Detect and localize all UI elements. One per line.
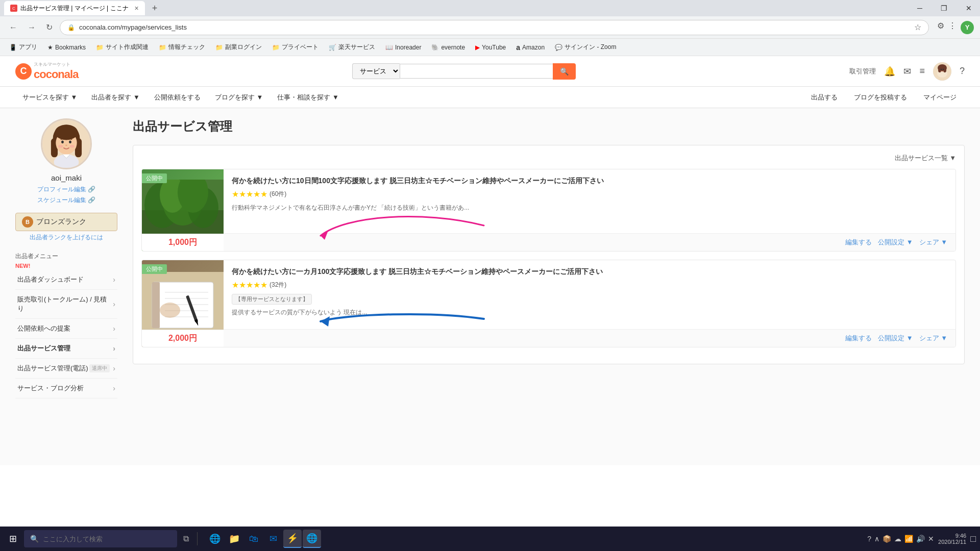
taskbar-explorer[interactable]: 📁 [225, 530, 243, 548]
search-button[interactable]: 🔍 [553, 63, 576, 80]
service-desc-2: 提供するサービスの質が下がらないよう 現在は... [232, 308, 947, 317]
nav-find-blog[interactable]: ブログを探す ▼ [208, 87, 270, 108]
taskbar-dropbox-icon: 📦 [883, 535, 891, 543]
back-btn[interactable]: ← [6, 21, 20, 34]
logo-subtext: スキルマーケット [34, 61, 78, 68]
nav-find-work[interactable]: 仕事・相談を探す ▼ [270, 87, 346, 108]
menu-item-services[interactable]: 出品サービス管理 › [15, 339, 117, 359]
bookmark-zoom[interactable]: 💬 サインイン - Zoom [551, 41, 620, 53]
tab-close-btn[interactable]: × [135, 4, 139, 12]
share-link-2[interactable]: シェア ▼ [919, 334, 947, 343]
edit-link-2[interactable]: 編集する [845, 334, 872, 343]
services-list-link[interactable]: 出品サービス一覧 ▼ [895, 154, 956, 163]
nav-mypage[interactable]: マイページ [915, 89, 965, 106]
extensions-btn[interactable]: ⚙ [937, 21, 944, 34]
logo-main: coconala [34, 68, 78, 81]
clock-time: 9:46 [955, 533, 966, 539]
edit-link-1[interactable]: 編集する [845, 238, 872, 247]
bookmark-private[interactable]: 📁 プライベート [268, 41, 323, 53]
rank-name: ブロンズランク [36, 217, 86, 227]
bookmark-youtube[interactable]: ▶ YouTube [471, 42, 510, 53]
bookmark-apps[interactable]: 📱 アプリ [5, 41, 41, 53]
transactions-link[interactable]: 取引管理 [849, 67, 876, 76]
menu-item-analytics[interactable]: サービス・ブログ分析 › [15, 379, 117, 398]
service-desc-1: 行動科学マネジメントで有名な石田淳さんが書かYだ 「続ける技術」という書籍があ.… [232, 203, 947, 213]
minimize-btn[interactable]: ─ [913, 3, 926, 13]
youtube-icon: ▶ [475, 44, 480, 51]
nav-post-blog[interactable]: ブログを投稿する [846, 89, 915, 106]
taskbar-search-input[interactable] [43, 535, 145, 543]
service-actions-1: 編集する 公開設定 ▼ シェア ▼ [224, 233, 955, 251]
message-icon[interactable]: ✉ [903, 66, 911, 77]
schedule-edit-link[interactable]: スケジュール編集 🔗 [15, 196, 117, 205]
taskbar-edge[interactable]: 🌐 [206, 530, 224, 548]
menu-btn[interactable]: ⋮ [948, 21, 957, 34]
bookmark-login[interactable]: 📁 副業ログイン [211, 41, 266, 53]
taskbar-help-icon: ? [867, 535, 871, 543]
nav-public-request[interactable]: 公開依頼をする [147, 87, 208, 108]
taskbar-mail[interactable]: ✉ [264, 530, 282, 548]
start-button[interactable]: ⊞ [4, 531, 22, 546]
taskbar-chrome[interactable]: 🌐 [303, 530, 321, 548]
nav-find-services[interactable]: サービスを探す ▼ [15, 87, 84, 108]
search-area: サービス 🔍 [352, 63, 576, 80]
bookmark-site[interactable]: 📁 サイト作成関連 [92, 41, 153, 53]
close-btn[interactable]: ✕ [962, 3, 976, 13]
svg-point-38 [160, 303, 180, 318]
search-category-select[interactable]: サービス [352, 63, 400, 79]
menu-icon[interactable]: ≡ [919, 66, 925, 77]
share-link-1[interactable]: シェア ▼ [919, 238, 947, 247]
refresh-btn[interactable]: ↻ [43, 20, 56, 34]
price-2: 2,000円 [168, 334, 197, 342]
menu-item-dashboard[interactable]: 出品者ダッシュボード › [15, 270, 117, 290]
rank-up-link[interactable]: 出品者ランクを上げるには [15, 233, 117, 242]
profile-btn[interactable]: Y [961, 21, 974, 34]
forward-btn[interactable]: → [24, 21, 39, 34]
avatar-svg [42, 118, 90, 169]
taskbar: ⊞ 🔍 ⧉ 🌐 📁 🛍 ✉ ⚡ 🌐 ? ∧ 📦 ☁ 📶 🔊 ✕ 9:46 202… [0, 527, 980, 551]
taskbar-search[interactable]: 🔍 [24, 530, 177, 547]
nav-sell[interactable]: 出品する [803, 89, 846, 106]
service-thumb-2: 公開中 ♥ 138 2,000円 [142, 260, 224, 347]
svg-point-6 [941, 68, 942, 69]
nav-find-sellers[interactable]: 出品者を探す ▼ [84, 87, 146, 108]
taskbar-sublime[interactable]: ⚡ [283, 530, 302, 548]
taskbar-chevron-icon[interactable]: ∧ [874, 535, 879, 543]
bookmark-amazon[interactable]: a Amazon [512, 42, 549, 53]
star-icon: ★ [47, 44, 53, 51]
new-tab-btn[interactable]: + [147, 1, 163, 16]
profile-edit-link[interactable]: プロフィール編集 🔗 [15, 185, 117, 194]
svg-point-16 [58, 145, 63, 148]
menu-item-proposals[interactable]: 公開依頼への提案 › [15, 319, 117, 339]
bookmark-btn[interactable]: ☆ [914, 22, 921, 32]
bookmark-inoreader[interactable]: 📖 Inoreader [381, 42, 425, 53]
svg-point-15 [65, 144, 67, 146]
pub-link-1[interactable]: 公開設定 ▼ [878, 238, 913, 247]
search-input[interactable] [400, 64, 553, 79]
help-icon[interactable]: ? [960, 66, 965, 77]
bookmark-bookmarks[interactable]: ★ Bookmarks [43, 42, 90, 53]
panel-header: 出品サービス一覧 ▼ [141, 154, 956, 163]
notification-center-icon[interactable]: □ [970, 534, 976, 544]
notification-icon[interactable]: 🔔 [884, 66, 895, 77]
address-box[interactable]: 🔒 coconala.com/mypage/services_lists ☆ [60, 20, 929, 35]
thumb-image-2 [142, 272, 224, 336]
bookmarks-bar: 📱 アプリ ★ Bookmarks 📁 サイト作成関連 📁 情報チェック 📁 副… [0, 39, 980, 56]
browser-tab[interactable]: C 出品サービス管理 | マイページ | ここナ × [4, 1, 145, 15]
svg-point-13 [61, 140, 64, 143]
bookmark-info[interactable]: 📁 情報チェック [155, 41, 209, 53]
stars-1: ★★★★★ [232, 189, 267, 199]
bookmark-evernote[interactable]: 🐘 evernote [427, 42, 469, 53]
logo[interactable]: C スキルマーケット coconala [15, 61, 78, 81]
task-view-btn[interactable]: ⧉ [179, 532, 193, 545]
menu-item-phone[interactable]: 出品サービス管理(電話) 退席中 › [15, 359, 117, 379]
pub-link-2[interactable]: 公開設定 ▼ [878, 334, 913, 343]
maximize-btn[interactable]: ❐ [937, 3, 951, 13]
menu-item-sales[interactable]: 販売取引(トークルーム) / 見積り › [15, 290, 117, 319]
titlebar-controls: ─ ❐ ✕ [913, 3, 976, 13]
content-area: 出品サービス管理 出品サービス一覧 ▼ [133, 118, 965, 455]
service-thumb-1: 公開中 ♥ 118 1,000円 [142, 169, 224, 251]
bookmark-rakuten[interactable]: 🛒 楽天サービス [325, 41, 379, 53]
taskbar-store[interactable]: 🛍 [244, 530, 263, 548]
user-avatar[interactable] [933, 62, 951, 81]
